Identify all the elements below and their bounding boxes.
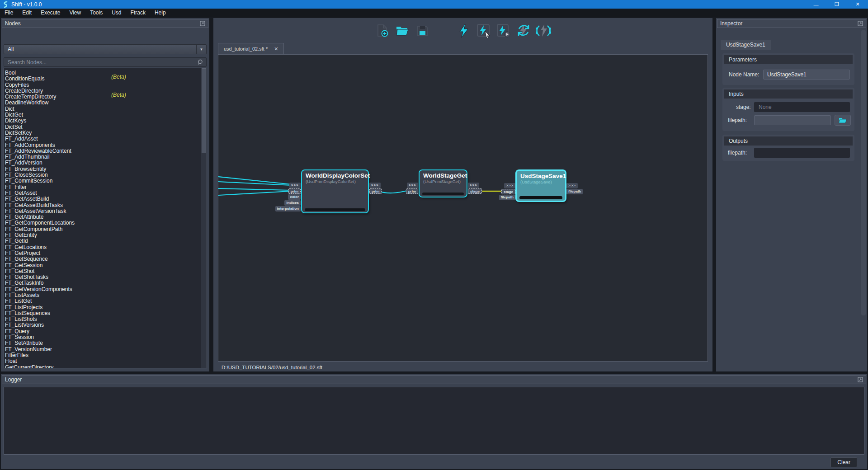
menu-help[interactable]: Help [150, 9, 170, 16]
input-port-flow[interactable]: >>> [504, 183, 515, 188]
input-port-stage[interactable]: stage [501, 189, 515, 194]
node-type-ft_setattribute[interactable]: FT_SetAttribute [4, 338, 201, 344]
scrollbar-thumb[interactable] [202, 68, 206, 153]
browse-filepath-button[interactable] [835, 115, 851, 126]
node-type-dictset[interactable]: DictSet [4, 122, 201, 128]
execute-up-to-node-button[interactable] [496, 23, 511, 39]
node-type-ft_filter[interactable]: FT_Filter [4, 183, 201, 188]
node-list-scrollbar[interactable] [201, 68, 207, 368]
node-type-ft_getcomponentpath[interactable]: FT_GetComponentPath [4, 225, 201, 230]
filepath-input[interactable] [754, 115, 831, 125]
tab-usd-tutorial[interactable]: usd_tutorial_02.sft * ✕ [218, 43, 284, 54]
node-type-ft_versionnumber[interactable]: FT_VersionNumber [4, 345, 201, 351]
graph-node-worlddisplaycolorset[interactable]: WorldDisplayColorSet(UsdPrimDisplayColor… [301, 169, 369, 213]
input-port-filepath[interactable]: filepath [499, 195, 515, 200]
live-execution-button[interactable] [536, 23, 551, 39]
node-type-ft_getversioncomponents[interactable]: FT_GetVersionComponents [4, 285, 201, 291]
node-type-ft_getshot[interactable]: FT_GetShot [4, 267, 201, 273]
soft-execute-button[interactable] [516, 23, 531, 39]
execute-button[interactable] [456, 23, 472, 39]
node-type-ft_addcomponents[interactable]: FT_AddComponents [4, 141, 201, 146]
node-type-dictsetkey[interactable]: DictSetKey [4, 128, 201, 134]
node-type-ft_addreviewablecontent[interactable]: FT_AddReviewableContent [4, 146, 201, 152]
input-port-prim[interactable]: prim [406, 188, 418, 194]
node-type-createtempdirectory[interactable]: CreateTempDirectory(Beta) [4, 92, 201, 98]
node-type-ft_query[interactable]: FT_Query [4, 327, 201, 333]
undock-icon[interactable] [858, 21, 863, 26]
graph-node-usdstagesave1[interactable]: UsdStageSave1(UsdStageSave)>>>stagefilep… [515, 169, 566, 202]
node-type-ft_listassets[interactable]: FT_ListAssets [4, 291, 201, 296]
node-type-dictkeys[interactable]: DictKeys [4, 116, 201, 122]
node-type-ft_getcomponentlocations[interactable]: FT_GetComponentLocations [4, 218, 201, 224]
node-type-filterfiles[interactable]: FilterFiles [4, 351, 201, 357]
inspector-scrollbar[interactable] [861, 30, 866, 315]
node-type-ft_getassetversiontask[interactable]: FT_GetAssetVersionTask [4, 207, 201, 212]
open-file-button[interactable] [395, 23, 410, 39]
node-type-dict[interactable]: Dict [4, 104, 201, 110]
node-type-conditionequals[interactable]: ConditionEquals(Beta) [4, 74, 201, 80]
input-port-indices[interactable]: indices [284, 200, 301, 206]
node-type-ft_getsequence[interactable]: FT_GetSequence [4, 254, 201, 260]
node-type-ft_getid[interactable]: FT_GetId [4, 236, 201, 242]
node-graph-canvas[interactable]: WorldDisplayColorSet(UsdPrimDisplayColor… [218, 54, 708, 362]
undock-icon[interactable] [858, 377, 863, 382]
node-type-ft_getshottasks[interactable]: FT_GetShotTasks [4, 273, 201, 278]
new-file-button[interactable] [375, 23, 390, 39]
node-name-input[interactable] [763, 70, 850, 80]
minimize-button[interactable]: — [806, 0, 826, 9]
node-type-deadlineworkflow[interactable]: DeadlineWorkflow [4, 98, 201, 104]
graph-node-worldstageget[interactable]: WorldStageGet(UsdPrimStageGet)>>>prim>>>… [419, 169, 467, 197]
node-type-copyfiles[interactable]: CopyFiles [4, 80, 201, 86]
menu-tools[interactable]: Tools [85, 9, 107, 16]
output-port-flow[interactable]: >>> [566, 183, 578, 188]
input-port-interpolation[interactable]: interpolation [275, 206, 301, 212]
undock-icon[interactable] [200, 21, 205, 26]
node-type-ft_listshots[interactable]: FT_ListShots [4, 315, 201, 320]
node-type-ft_closesession[interactable]: FT_CloseSession [4, 170, 201, 176]
node-type-ft_getassetbuildtasks[interactable]: FT_GetAssetBuildTasks [4, 201, 201, 207]
node-type-ft_addversion[interactable]: FT_AddVersion [4, 158, 201, 164]
node-type-bool[interactable]: Bool [4, 68, 201, 74]
menu-execute[interactable]: Execute [36, 9, 65, 16]
node-type-ft_getlocations[interactable]: FT_GetLocations [4, 243, 201, 249]
node-type-ft_addasset[interactable]: FT_AddAsset [4, 134, 201, 140]
close-button[interactable]: ✕ [847, 0, 868, 9]
output-port-flow[interactable]: >>> [468, 183, 479, 188]
node-type-dictget[interactable]: DictGet [4, 110, 201, 116]
menu-usd[interactable]: Usd [107, 9, 126, 16]
node-type-ft_listget[interactable]: FT_ListGet [4, 296, 201, 302]
input-port-flow[interactable]: >>> [289, 183, 301, 188]
node-type-getcurrentdirectory[interactable]: GetCurrentDirectory [4, 363, 201, 368]
output-port-filepath[interactable]: filepath [566, 189, 583, 194]
node-type-ft_addthumbnail[interactable]: FT_AddThumbnail [4, 152, 201, 158]
tab-close-icon[interactable]: ✕ [274, 46, 278, 52]
node-type-ft_getentity[interactable]: FT_GetEntity [4, 230, 201, 236]
output-port-prim[interactable]: prim [369, 188, 382, 194]
node-type-ft_listversions[interactable]: FT_ListVersions [4, 320, 201, 326]
clear-logger-button[interactable]: Clear [830, 457, 857, 467]
output-port-stage[interactable]: stage [468, 188, 482, 194]
menu-view[interactable]: View [65, 9, 85, 16]
node-type-ft_getproject[interactable]: FT_GetProject [4, 249, 201, 254]
input-port-prim[interactable]: prim [288, 188, 301, 194]
inspector-node-tab[interactable]: UsdStageSave1 [721, 40, 771, 50]
menu-edit[interactable]: Edit [18, 9, 36, 16]
node-type-ft_getasset[interactable]: FT_GetAsset [4, 188, 201, 194]
input-port-flow[interactable]: >>> [407, 183, 418, 188]
save-file-button[interactable] [415, 23, 430, 39]
node-type-ft_commitsession[interactable]: FT_CommitSession [4, 176, 201, 182]
node-type-ft_session[interactable]: FT_Session [4, 333, 201, 338]
node-type-ft_browseentity[interactable]: FT_BrowseEntity [4, 164, 201, 170]
node-type-ft_gettaskinfo[interactable]: FT_GetTaskInfo [4, 278, 201, 284]
node-type-ft_listsequences[interactable]: FT_ListSequences [4, 309, 201, 315]
input-port-color[interactable]: color [288, 194, 301, 200]
node-type-float[interactable]: Float [4, 357, 201, 362]
node-type-ft_getassetbuild[interactable]: FT_GetAssetBuild [4, 194, 201, 200]
menu-file[interactable]: File [0, 9, 18, 16]
node-category-dropdown[interactable]: All ▼ [4, 44, 207, 54]
search-input[interactable] [4, 59, 198, 66]
node-type-createdirectory[interactable]: CreateDirectory [4, 86, 201, 92]
node-type-ft_listprojects[interactable]: FT_ListProjects [4, 303, 201, 309]
output-port-flow[interactable]: >>> [369, 183, 381, 188]
menu-ftrack[interactable]: Ftrack [126, 9, 150, 16]
